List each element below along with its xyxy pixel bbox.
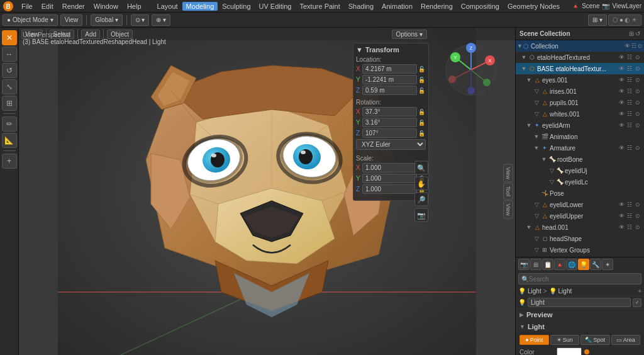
scale-z-input[interactable]	[362, 184, 417, 194]
viewport-icon-eyes[interactable]: ☷	[626, 76, 633, 84]
workflow-modeling[interactable]: Modeling	[182, 2, 218, 11]
lock-y-icon[interactable]: 🔓	[418, 77, 426, 83]
outliner-item-eyeliduj[interactable]: ▽ 🦴 eyelidUj	[516, 165, 644, 176]
outliner-item-mouth001[interactable]: ▽ △ mouth.001 👁 ☷ ⊙	[516, 256, 644, 257]
eye-icon-1[interactable]: 👁	[618, 65, 625, 72]
new-datablock-icon[interactable]: +	[638, 288, 641, 295]
proportional-btn[interactable]: ⊕ ▾	[152, 14, 170, 26]
eye-icon-eyelidupper[interactable]: 👁	[618, 212, 625, 220]
object-data-properties-btn[interactable]: 💡	[578, 259, 589, 270]
cursor-tool[interactable]: ✕	[2, 30, 17, 45]
eye-icon-head[interactable]: 👁	[618, 223, 625, 231]
viewport-icon-irises[interactable]: ☷	[626, 87, 633, 95]
lock-z-icon[interactable]: 🔓	[418, 87, 426, 94]
eye-icon-armature[interactable]: 👁	[618, 144, 625, 152]
transform-collapse-arrow[interactable]: ▼	[356, 46, 363, 54]
location-x-input[interactable]	[362, 64, 417, 74]
viewport-tab-tool[interactable]: Tool	[503, 183, 513, 200]
lock-rx-icon[interactable]: 🔓	[418, 109, 426, 115]
render-icon-irises[interactable]: ⊙	[634, 87, 641, 95]
menu-file[interactable]: File	[18, 2, 36, 11]
viewport-icon-head[interactable]: ☷	[626, 223, 633, 231]
outliner-item-irises001[interactable]: ▽ △ irises.001 👁 ☷ ⊙	[516, 86, 644, 97]
annotate-tool[interactable]: ✏	[2, 116, 17, 132]
viewport-icon-eyelidupper[interactable]: ☷	[626, 212, 633, 220]
particle-properties-btn[interactable]: ✦	[602, 259, 613, 270]
menu-render[interactable]: Render	[58, 2, 89, 11]
workflow-texture-paint[interactable]: Texture Paint	[296, 2, 344, 11]
render-icon-head[interactable]: ⊙	[634, 223, 641, 231]
zoom-btn[interactable]: 🔎	[414, 193, 428, 206]
eye-icon-eyelidarm[interactable]: 👁	[618, 121, 625, 129]
object-mode-btn[interactable]: ● Object Mode ▾	[3, 14, 58, 26]
workflow-layout[interactable]: Layout	[153, 2, 182, 11]
add-menu-btn[interactable]: Add	[81, 30, 100, 39]
workflow-rendering[interactable]: Rendering	[417, 2, 457, 11]
datablock-options-btn[interactable]: ✓	[633, 298, 641, 307]
viewport-icon-eyelidarm[interactable]: ☷	[626, 121, 633, 129]
viewport-icon-armature[interactable]: ☷	[626, 144, 633, 152]
eye-icon-eyelidlower[interactable]: 👁	[618, 201, 625, 208]
properties-search-input[interactable]	[529, 276, 638, 283]
light-type-sun[interactable]: ☀ Sun	[550, 335, 580, 345]
outliner-item-vertexgroups[interactable]: ▽ ⊞ Vertex Groups	[516, 244, 644, 256]
rotation-y-input[interactable]	[362, 118, 417, 127]
viewport[interactable]: View Select Add Object User Perspective …	[19, 28, 515, 355]
outliner-item-pose[interactable]: 🤸 Pose	[516, 188, 644, 199]
outliner-item-whites001[interactable]: ▽ △ whites.001 👁 ☷ ⊙	[516, 108, 644, 120]
viewport-tab-view2[interactable]: View	[503, 200, 513, 218]
lock-rz-icon[interactable]: 🔓	[418, 130, 426, 137]
outliner-sync-icon[interactable]: ↺	[635, 30, 640, 37]
outliner-item-eyes001[interactable]: ▼ △ eyes.001 👁 ☷ ⊙	[516, 74, 644, 86]
measure-tool[interactable]: 📐	[2, 133, 17, 148]
eye-icon-irises[interactable]: 👁	[618, 87, 625, 95]
world-properties-btn[interactable]: 🌐	[566, 259, 577, 270]
view-menu-btn[interactable]: View	[21, 30, 43, 39]
workflow-shading[interactable]: Shading	[345, 2, 377, 11]
render-icon-eyelidlower[interactable]: ⊙	[634, 201, 641, 208]
outliner-item-head001[interactable]: ▼ △ head.001 👁 ☷ ⊙	[516, 222, 644, 233]
outliner-item-headshape[interactable]: ▽ ◻ headShape	[516, 233, 644, 244]
output-properties-btn[interactable]: ⊞	[530, 259, 541, 270]
rotation-z-input[interactable]	[362, 128, 417, 138]
scene-properties-btn[interactable]: 🔺	[554, 259, 565, 270]
viewport-tab-view[interactable]: View	[503, 164, 513, 182]
render-icon-pupils[interactable]: ⊙	[634, 99, 641, 106]
location-y-input[interactable]	[362, 75, 417, 84]
lock-ry-icon[interactable]: 🔓	[418, 120, 426, 126]
render-icon-armature[interactable]: ⊙	[634, 144, 641, 152]
render-icon-1[interactable]: ⊙	[634, 65, 641, 72]
outliner-item-base-etalo[interactable]: ▼ ⬡ BASE etaloHeadTextur... 👁 ☷ ⊙	[516, 63, 644, 74]
hand-pan-btn[interactable]: ✋	[414, 177, 428, 191]
options-button[interactable]: Options ▾	[392, 30, 427, 39]
render-icon-eyes[interactable]: ⊙	[634, 76, 641, 84]
viewport-icon-whites[interactable]: ☷	[626, 110, 633, 118]
workflow-animation[interactable]: Animation	[378, 2, 416, 11]
light-type-spot[interactable]: 🔦 Spot	[580, 335, 610, 345]
snap-btn[interactable]: ⊙ ▾	[131, 14, 149, 26]
eye-icon-whites[interactable]: 👁	[618, 110, 625, 118]
render-properties-btn[interactable]: 📷	[518, 259, 530, 270]
outliner-filter-icon[interactable]: ⊞	[629, 30, 634, 37]
menu-window[interactable]: Window	[90, 2, 122, 11]
outliner-item-armature[interactable]: ▼ ✦ Armature 👁 ☷ ⊙	[516, 142, 644, 154]
viewport-icon-0[interactable]: ☷	[626, 54, 633, 61]
outliner-item-eyelidlc[interactable]: ▽ 🦴 eyelidLc	[516, 176, 644, 188]
viewport-icon-pupils[interactable]: ☷	[626, 99, 633, 106]
lock-x-icon[interactable]: 🔓	[418, 66, 426, 72]
menu-help[interactable]: Help	[123, 2, 145, 11]
outliner-item-rootbone[interactable]: ▼ 🦴 rootBone	[516, 154, 644, 165]
render-icon-whites[interactable]: ⊙	[634, 110, 641, 118]
outliner-item-eyelidarm[interactable]: ▼ ✦ eyelidArm 👁 ☷ ⊙	[516, 120, 644, 131]
render-icon-0[interactable]: ⊙	[634, 54, 641, 61]
workflow-uv-editing[interactable]: UV Editing	[255, 2, 296, 11]
transform-tool[interactable]: ⊞	[2, 96, 17, 111]
menu-edit[interactable]: Edit	[38, 2, 57, 11]
select-menu-btn[interactable]: Select	[50, 30, 75, 39]
workflow-sculpting[interactable]: Sculpting	[218, 2, 254, 11]
viewport-icon-eyelidlower[interactable]: ☷	[626, 201, 633, 208]
overlay-btn[interactable]: ⊞ ▾	[588, 14, 607, 26]
modifier-properties-btn[interactable]: 🔧	[590, 259, 601, 270]
render-icon-eyelidarm[interactable]: ⊙	[634, 121, 641, 129]
camera-btn[interactable]: 📷	[414, 208, 428, 222]
